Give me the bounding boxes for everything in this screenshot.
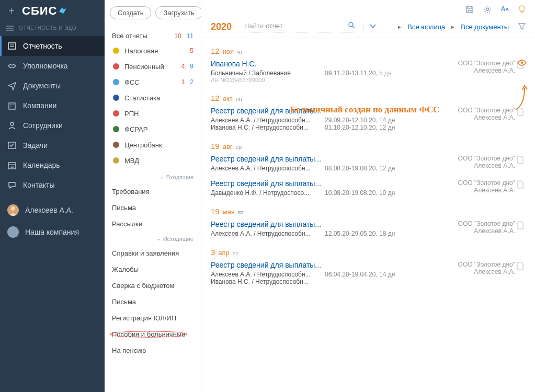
svg-point-7 [10, 122, 14, 125]
category-all-red: 10 [174, 32, 181, 40]
entry-author: Алексеев А.А. [431, 67, 515, 74]
category-item[interactable]: Налоговая5 [105, 43, 201, 59]
document-icon[interactable] [515, 261, 526, 285]
section-item[interactable]: Жалобы [105, 261, 201, 278]
nav-item-building[interactable]: Компании [0, 96, 105, 116]
search-icon[interactable] [348, 21, 355, 30]
logo-row: + СБИС [0, 0, 105, 22]
entry-org: ООО "Золотое дно" [431, 220, 515, 227]
category-badge-icon [112, 94, 120, 102]
section-item[interactable]: Письма [105, 294, 201, 310]
entry[interactable]: Реестр сведений для выплаты...Алексеев А… [211, 154, 526, 178]
section-item[interactable]: Рассылки [105, 216, 201, 232]
section-item[interactable]: Письма [105, 200, 201, 216]
date-header: 12 окт пн [211, 94, 526, 102]
font-size-icon[interactable]: AA [501, 5, 509, 15]
company-row[interactable]: Наша компания [0, 221, 105, 243]
breadcrumb-legal[interactable]: Все юрлица [407, 23, 445, 31]
bulb-icon[interactable] [518, 5, 526, 15]
section-item[interactable]: Требования [105, 183, 201, 200]
nav-item-check[interactable]: Задачи [0, 135, 105, 155]
svg-point-12 [11, 206, 15, 211]
search-keyword[interactable]: отчет [266, 22, 282, 30]
count-red: 4 [181, 63, 185, 70]
create-button[interactable]: Создать [110, 6, 151, 19]
outgoing-header[interactable]: ⌄ Исходящие [105, 232, 201, 245]
svg-text:12: 12 [10, 165, 14, 168]
category-label: Центробанк [124, 141, 193, 149]
section-item[interactable]: На пенсию [105, 342, 201, 359]
svg-point-18 [113, 126, 119, 132]
subtitle-row[interactable]: ОТЧЕТНОСТЬ И ЭДО [0, 22, 105, 36]
section-item[interactable]: Справки и заявления [105, 245, 201, 261]
company-name: Наша компания [25, 228, 79, 236]
top-icons: AA [201, 0, 535, 18]
section-item[interactable]: Сверка с бюджетом [105, 278, 201, 294]
entry-title: Реестр сведений для выплаты... [211, 107, 431, 115]
entry[interactable]: Реестр сведений для выплаты...Алексеев А… [211, 106, 526, 137]
section-item[interactable]: Пособия и больничные [105, 326, 201, 342]
category-item[interactable]: ФСС12 [105, 74, 201, 90]
nav-label: Отчетность [23, 42, 62, 50]
nav-item-user[interactable]: Сотрудники [0, 116, 105, 135]
category-item[interactable]: Статистика [105, 90, 201, 106]
category-badge-icon [112, 78, 120, 86]
filter-icon[interactable] [518, 22, 526, 31]
eye-icon[interactable] [517, 59, 527, 67]
entry-author: Алексеев А.А. [431, 187, 515, 194]
year-selector[interactable]: 2020 [211, 21, 232, 32]
nav-item-chat[interactable]: Контакты [0, 175, 105, 195]
section-item[interactable]: Регистрация ЮЛ/ИП [105, 310, 201, 326]
category-label: Статистика [124, 94, 193, 102]
entry[interactable]: Реестр сведений для выплаты...Алексеев А… [211, 219, 526, 244]
date-header: 19 авг ср [211, 142, 526, 151]
breadcrumb-docs[interactable]: Все документы [461, 23, 509, 31]
svg-point-15 [113, 79, 119, 85]
category-item[interactable]: Пенсионный49 [105, 59, 201, 74]
save-icon[interactable] [465, 5, 474, 15]
gear-icon[interactable] [483, 5, 492, 15]
entry-person: Иванова Н.С. / Нетрудоспособн... [211, 278, 325, 285]
nav-item-send[interactable]: Документы [0, 76, 105, 96]
nav-item-handshake[interactable]: Уполномочка [0, 56, 105, 76]
entry[interactable]: Реестр сведений для выплаты...Давыденко … [211, 178, 526, 203]
entry-dates: 06.04.20-19.04.20, 14 дн [325, 271, 395, 278]
entry-org: ООО "Золотое дно" [431, 179, 515, 187]
svg-point-17 [113, 110, 119, 117]
breadcrumb-arrow-icon: ▸ [451, 24, 454, 30]
document-icon[interactable] [515, 107, 526, 131]
entry-org: ООО "Золотое дно" [431, 107, 515, 114]
category-all[interactable]: Все отчеты 10 11 [105, 27, 201, 43]
chevron-down-icon[interactable] [369, 23, 377, 31]
document-icon[interactable] [515, 220, 526, 237]
category-item[interactable]: ФСРАР [105, 121, 201, 137]
entry-dates: 29.09.20-12.10.20, 14 дн [325, 117, 395, 124]
document-icon[interactable] [515, 155, 526, 172]
document-icon[interactable] [515, 179, 526, 197]
logo-text: СБИС [22, 4, 57, 18]
user-name: Алексеев А.А. [25, 206, 73, 214]
entry[interactable]: Иванова Н.С.Больничный / Заболевание09.1… [211, 59, 526, 89]
category-item[interactable]: РПН [105, 106, 201, 121]
upload-button[interactable]: Загрузить [155, 6, 202, 19]
entry[interactable]: Реестр сведений для выплаты...Алексеев А… [211, 260, 526, 292]
nav-label: Документы [23, 82, 61, 90]
category-badge-icon [112, 141, 120, 149]
category-item[interactable]: МВД [105, 153, 201, 168]
nav-item-calendar[interactable]: 12Календарь [0, 155, 105, 175]
category-item[interactable]: Центробанк [105, 137, 201, 153]
incoming-header[interactable]: ⌄ Входящие [105, 170, 201, 183]
entry-person: Алексеев А.А. / Нетрудоспособн... [211, 165, 325, 172]
entry-person: Алексеев А.А. / Нетрудоспособн... [211, 117, 325, 124]
plus-button[interactable]: + [6, 6, 17, 16]
nav-item-report[interactable]: Отчетность [0, 36, 105, 56]
app-logo[interactable]: СБИС [22, 4, 66, 18]
search-box[interactable]: Найти отчет [242, 21, 357, 32]
user-row[interactable]: Алексеев А.А. [0, 199, 105, 221]
entry-person: Алексеев А.А. / Нетрудоспособн... [211, 271, 325, 278]
entry-dates: 01.10.20-12.10.20, 12 дн [325, 124, 395, 131]
entry-dates: 12.05.20-29.05.20, 18 дн [325, 230, 395, 237]
svg-point-24 [521, 62, 523, 64]
entry-title: Реестр сведений для выплаты... [211, 220, 431, 228]
report-icon [7, 41, 17, 51]
